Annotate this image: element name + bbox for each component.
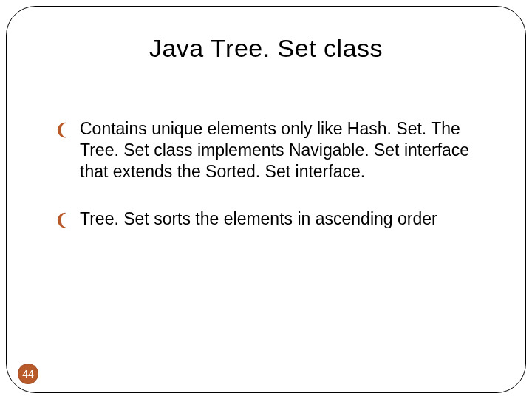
slide: Java Tree. Set class ❨ Contains unique e… <box>0 0 532 399</box>
bullet-icon: ❨ <box>55 120 68 140</box>
bullet-text: Tree. Set sorts the elements in ascendin… <box>80 209 437 228</box>
bullet-item: ❨ Tree. Set sorts the elements in ascend… <box>55 208 488 230</box>
slide-body: ❨ Contains unique elements only like Has… <box>55 118 488 256</box>
slide-title: Java Tree. Set class <box>0 34 532 63</box>
bullet-item: ❨ Contains unique elements only like Has… <box>55 118 488 182</box>
bullet-icon: ❨ <box>55 210 68 231</box>
bullet-text: Contains unique elements only like Hash.… <box>80 119 469 181</box>
page-number-badge: 44 <box>18 364 38 384</box>
